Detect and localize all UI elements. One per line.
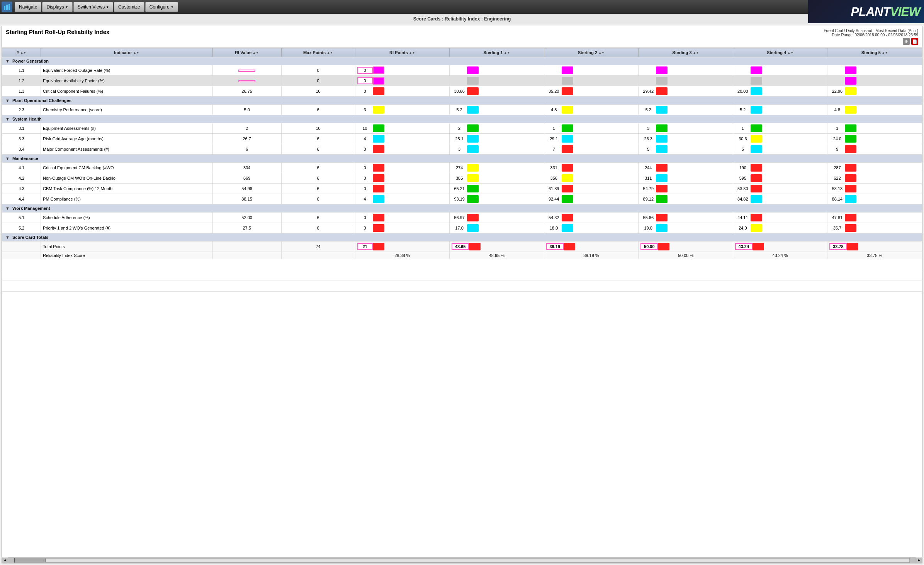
- ri-score-overall: 28.38 %: [355, 252, 450, 259]
- main-area: Score Cards : Reliability Index : Engine…: [0, 14, 924, 565]
- row-max-points: 6: [281, 213, 355, 223]
- app-logo[interactable]: [2, 2, 12, 12]
- row-max-points: 6: [281, 194, 355, 204]
- configure-button[interactable]: Configure ▼: [145, 2, 178, 12]
- col-indicator[interactable]: Indicator ▲▼: [41, 48, 213, 57]
- scroll-left-btn[interactable]: ◀: [2, 557, 8, 563]
- navigate-button[interactable]: Navigate: [15, 2, 41, 12]
- ri-score-id: [2, 252, 41, 259]
- row-sterling3: [639, 76, 733, 86]
- row-sterling1: 25.1: [450, 134, 544, 144]
- col-max-points[interactable]: Max Points ▲▼: [281, 48, 355, 57]
- empty-row: [2, 259, 922, 270]
- row-sterling2: 4.8: [544, 105, 639, 115]
- total-points-row: Total Points 74 21 48.65 39.19 50.00 43.…: [2, 242, 922, 252]
- row-sterling1: 30.66: [450, 86, 544, 97]
- section-name: Maintenance: [12, 156, 38, 161]
- col-sterling5[interactable]: Sterling 5 ▲▼: [827, 48, 922, 57]
- row-sterling4: 1: [733, 123, 827, 134]
- col-sterling1[interactable]: Sterling 1 ▲▼: [450, 48, 544, 57]
- row-sterling1: 17.0: [450, 223, 544, 233]
- row-indicator: Equivalent Availability Factor (%): [41, 76, 213, 86]
- ri-value-sort-icon: ▲▼: [253, 51, 259, 54]
- row-indicator: Priority 1 and 2 WO's Generated (#): [41, 223, 213, 233]
- row-ri-points: 0: [355, 223, 450, 233]
- row-max-points: 0: [281, 76, 355, 86]
- ri-points-sort-icon: ▲▼: [409, 51, 415, 54]
- col-sterling4[interactable]: Sterling 4 ▲▼: [733, 48, 827, 57]
- settings-icon[interactable]: ⚙: [903, 38, 910, 45]
- row-ri-points: 0: [355, 86, 450, 97]
- col-ri-value[interactable]: RI Value ▲▼: [212, 48, 281, 57]
- row-ri-points: 0: [355, 163, 450, 173]
- collapse-icon[interactable]: ▼: [5, 98, 10, 103]
- row-sterling5: 287: [827, 163, 922, 173]
- row-indicator: CBM Task Compliance (%) 12 Month: [41, 184, 213, 194]
- total-points-max: 74: [281, 242, 355, 252]
- displays-button[interactable]: Displays ▼: [42, 2, 72, 12]
- row-id: 4.1: [2, 163, 41, 173]
- row-max-points: 6: [281, 105, 355, 115]
- col-sterling3[interactable]: Sterling 3 ▲▼: [639, 48, 733, 57]
- row-sterling3: 55.66: [639, 213, 733, 223]
- row-sterling4: 190: [733, 163, 827, 173]
- row-sterling2: [544, 76, 639, 86]
- row-sterling1: 2: [450, 123, 544, 134]
- row-ri-points: 3: [355, 105, 450, 115]
- section-name: System Health: [12, 117, 42, 121]
- export-icon[interactable]: 📄: [911, 38, 918, 45]
- row-sterling2: 29.1: [544, 134, 639, 144]
- scroll-right-btn[interactable]: ▶: [916, 557, 922, 563]
- svg-rect-1: [6, 5, 8, 10]
- row-id: 4.2: [2, 173, 41, 184]
- collapse-icon[interactable]: ▼: [5, 235, 10, 240]
- col-ri-points[interactable]: RI Points ▲▼: [355, 48, 450, 57]
- row-max-points: 6: [281, 223, 355, 233]
- row-ri-points: 0: [355, 76, 450, 86]
- row-sterling1: 3: [450, 144, 544, 155]
- row-indicator: Critical Component Failures (%): [41, 86, 213, 97]
- section-name: Work Management: [12, 206, 50, 211]
- row-sterling5: 4.8: [827, 105, 922, 115]
- collapse-icon[interactable]: ▼: [5, 156, 10, 161]
- section-name: Plant Operational Challenges: [12, 98, 71, 103]
- scrollbar-track[interactable]: [14, 558, 910, 563]
- empty-row: [2, 281, 922, 292]
- row-max-points: 10: [281, 86, 355, 97]
- collapse-icon[interactable]: ▼: [5, 117, 10, 121]
- row-max-points: 6: [281, 173, 355, 184]
- row-ri-value: 2: [212, 123, 281, 134]
- scrollbar-thumb[interactable]: [15, 558, 46, 562]
- ri-score-max: [281, 252, 355, 259]
- row-sterling2: 1: [544, 123, 639, 134]
- row-ri-value: 26.75: [212, 86, 281, 97]
- row-ri-points: 0: [355, 65, 450, 76]
- row-id: 2.3: [2, 105, 41, 115]
- brand-text: PLANTVIEW: [851, 5, 920, 19]
- row-sterling5: 1: [827, 123, 922, 134]
- sterling5-sort-icon: ▲▼: [882, 51, 888, 54]
- switch-views-button[interactable]: Switch Views ▼: [73, 2, 113, 12]
- row-sterling3: 26.3: [639, 134, 733, 144]
- customize-button[interactable]: Customize: [114, 2, 144, 12]
- row-ri-points: 0: [355, 173, 450, 184]
- row-sterling5: 58.13: [827, 184, 922, 194]
- max-points-sort-icon: ▲▼: [327, 51, 333, 54]
- horizontal-scrollbar[interactable]: ◀ ▶: [2, 557, 922, 563]
- col-sterling2[interactable]: Sterling 2 ▲▼: [544, 48, 639, 57]
- ri-score-s1: 48.65 %: [450, 252, 544, 259]
- col-hash[interactable]: # ▲▼: [2, 48, 41, 57]
- total-points-id: [2, 242, 41, 252]
- ri-score-s5: 33.78 %: [827, 252, 922, 259]
- indicator-sort-icon: ▲▼: [133, 51, 139, 54]
- row-ri-points: 0: [355, 213, 450, 223]
- row-ri-value: [212, 65, 281, 76]
- row-sterling5: 22.96: [827, 86, 922, 97]
- row-id: 3.3: [2, 134, 41, 144]
- row-max-points: 6: [281, 144, 355, 155]
- collapse-icon[interactable]: ▼: [5, 59, 10, 63]
- total-points-ri-points: 21: [355, 242, 450, 252]
- row-sterling4: 595: [733, 173, 827, 184]
- collapse-icon[interactable]: ▼: [5, 206, 10, 211]
- row-sterling5: 622: [827, 173, 922, 184]
